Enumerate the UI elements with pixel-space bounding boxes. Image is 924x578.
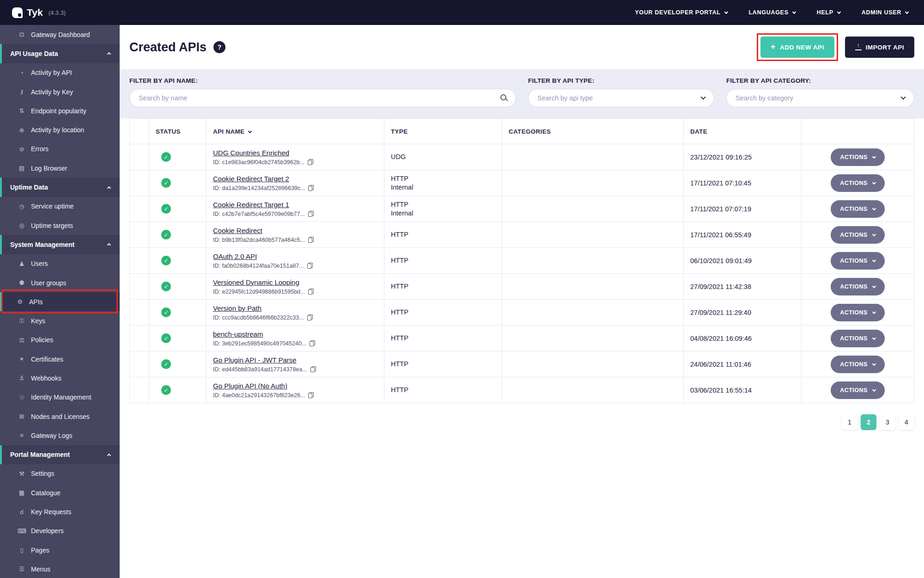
sidebar-item-label: Log Browser [31,165,67,172]
sidebar-item-webhooks[interactable]: ⚓Webhooks [0,369,120,387]
copy-icon[interactable] [308,392,314,398]
api-id: ID: ed445bb83a914ad17714378ea... [213,366,377,373]
api-name-link[interactable]: UDG Countries Enriched [213,149,289,157]
copy-icon[interactable] [308,185,314,191]
sidebar-item-label: Policies [31,336,53,344]
actions-button[interactable]: ACTIONS [831,200,885,218]
actions-button[interactable]: ACTIONS [831,304,885,321]
api-name-link[interactable]: Versioned Dynamic Looping [213,278,299,286]
topnav-item-your-developer-portal[interactable]: YOUR DEVELOPER PORTAL [635,9,727,16]
sidebar-item-service-uptime[interactable]: ◷Service uptime [0,197,120,216]
api-category-select[interactable]: Search by category [726,89,914,107]
api-date-cell: 04/08/2021 16:09:46 [684,326,802,351]
sidebar-item-pages[interactable]: ▯Pages [0,541,120,560]
pagination-page-3[interactable]: 3 [880,414,895,430]
copy-icon[interactable] [308,237,314,243]
actions-button[interactable]: ACTIONS [831,381,885,399]
actions-cell: ACTIONS [802,326,914,351]
row-spacer [130,144,149,170]
sidebar-item-uptime-data[interactable]: Uptime Data [0,178,120,197]
chevron-down-icon [872,180,876,184]
copy-icon[interactable] [310,340,315,346]
copy-icon[interactable] [310,366,316,372]
actions-button[interactable]: ACTIONS [831,226,885,244]
api-type-cell: HTTP [384,248,502,274]
sidebar-item-user-groups[interactable]: ⚉User groups [0,273,120,292]
row-spacer [130,248,149,274]
actions-button[interactable]: ACTIONS [831,356,885,373]
copy-icon[interactable] [307,263,313,269]
api-name-link[interactable]: OAuth 2.0 API [213,252,257,260]
sidebar-item-api-usage-data[interactable]: API Usage Data [0,44,120,63]
sidebar-item-gateway-dashboard[interactable]: ⊡Gateway Dashboard [0,25,120,44]
topnav-item-languages[interactable]: LANGUAGES [749,9,796,16]
header-api-name[interactable]: API NAME [207,119,384,144]
api-categories-cell [502,144,684,170]
sidebar-item-keys[interactable]: ⚿Keys [0,311,120,330]
chevron-down-icon [872,336,876,339]
pagination-page-1[interactable]: 1 [842,414,857,430]
api-name-link[interactable]: Go Plugin API (No Auth) [213,382,287,390]
copy-icon[interactable] [308,289,314,295]
pagination-page-2[interactable]: 2 [861,414,876,430]
status-cell: ✓ [149,377,207,403]
sidebar-item-menus[interactable]: ☰Menus [0,560,120,578]
status-active-icon: ✓ [161,333,171,343]
topnav-item-help[interactable]: HELP [817,9,840,16]
api-name-link[interactable]: Go Plugin API - JWT Parse [213,356,297,364]
actions-button[interactable]: ACTIONS [831,174,885,192]
sidebar-item-activity-by-key[interactable]: ⚷Activity by Key [0,82,120,101]
api-type-select[interactable]: Search by api type [528,89,714,107]
pagination-page-4[interactable]: 4 [899,414,914,430]
actions-cell: ACTIONS [802,248,914,274]
actions-button[interactable]: ACTIONS [831,252,885,270]
copy-icon[interactable] [308,159,313,165]
help-icon[interactable]: ? [213,41,225,53]
actions-button[interactable]: ACTIONS [831,148,885,166]
sidebar-item-key-requests[interactable]: ☌Key Requests [0,502,120,521]
sidebar-item-log-browser[interactable]: ▤Log Browser [0,159,120,178]
actions-cell: ACTIONS [802,170,914,196]
api-date-cell: 23/12/2021 09:16:25 [684,144,802,170]
api-name-link[interactable]: Version by Path [213,304,261,312]
sidebar-item-endpoint-popularity[interactable]: ⇅Endpoint popularity [0,101,120,120]
sidebar-item-activity-by-api[interactable]: ◔Activity by API [0,63,120,82]
topnav-item-admin-user[interactable]: ADMIN USER [862,9,908,16]
api-name-cell: Go Plugin API (No Auth)ID: 4ae0dc21a2914… [207,377,384,403]
add-new-api-button[interactable]: + ADD NEW API [760,37,834,58]
import-api-button[interactable]: ↑ IMPORT API [845,37,914,58]
api-name-link[interactable]: Cookie Redirect [213,227,262,234]
chevron-down-icon [872,362,876,365]
api-categories-cell [502,222,684,248]
api-id: ID: c42b7e7abf5c4e59709e09b77... [213,211,377,217]
search-by-name-input[interactable] [129,89,516,107]
api-name-link[interactable]: bench-upstream [213,330,263,338]
api-name-link[interactable]: Cookie Redirect Target 2 [213,175,289,183]
sidebar-item-settings[interactable]: ⚒Settings [0,464,120,483]
status-active-icon: ✓ [161,282,171,291]
copy-icon[interactable] [307,314,313,320]
sidebar-item-gateway-logs[interactable]: ≡Gateway Logs [0,426,120,445]
settings-wrench-icon: ⚒ [18,470,26,477]
sidebar-item-activity-by-location[interactable]: ⊕Activity by location [0,120,120,139]
api-name-link[interactable]: Cookie Redirect Target 1 [213,201,289,209]
actions-button[interactable]: ACTIONS [831,278,885,295]
copy-icon[interactable] [308,211,314,217]
sidebar-item-nodes-and-licenses[interactable]: ⊞Nodes and Licenses [0,407,120,426]
actions-button-label: ACTIONS [840,258,868,264]
sidebar-item-catalogue[interactable]: ▦Catalogue [0,483,120,502]
api-id-text: ID: fa0b0268b4124faa70e151a87... [213,263,304,269]
sidebar-item-errors[interactable]: ⊘Errors [0,140,120,159]
sidebar-item-apis[interactable]: ⚙APIs [0,292,120,311]
webhooks-icon: ⚓ [18,375,26,381]
sidebar-item-uptime-targets[interactable]: ◎Uptime targets [0,216,120,235]
sidebar-item-policies[interactable]: ⚖Policies [0,331,120,350]
sidebar-item-certificates[interactable]: ✶Certificates [0,350,120,369]
actions-button[interactable]: ACTIONS [831,330,885,347]
sidebar-item-portal-management[interactable]: Portal Management [0,445,120,464]
sidebar-item-system-management[interactable]: System Management [0,235,120,254]
sidebar-item-identity-management[interactable]: ☉Identity Management [0,388,120,407]
sidebar-item-developers[interactable]: ⌨Developers [0,522,120,541]
endpoint-popularity-icon: ⇅ [18,107,26,114]
sidebar-item-users[interactable]: ♟Users [0,254,120,273]
